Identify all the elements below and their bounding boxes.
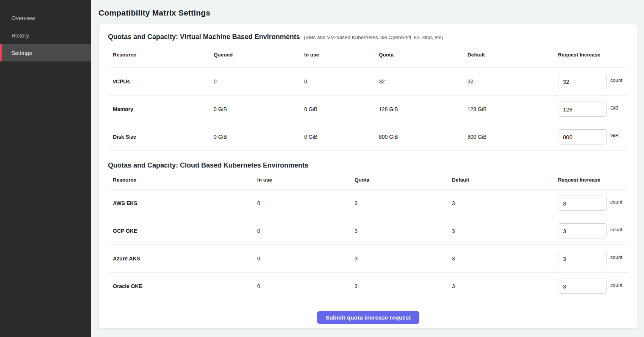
sidebar-item-overview[interactable]: Overview (0, 9, 91, 27)
vcpus-request-input[interactable] (558, 74, 607, 89)
quota-value: 3 (355, 255, 452, 262)
vm-table-header: Resource Queued In use Quota Default Req… (108, 42, 628, 68)
default-value: 3 (452, 228, 558, 234)
resource-name: Azure AKS (108, 255, 257, 262)
submit-row: Submit quota increase request (108, 311, 628, 324)
cloud-col-default: Default (452, 177, 558, 183)
quota-value: 3 (355, 228, 452, 234)
table-row-azure-aks: Azure AKS 0 3 3 count (108, 245, 628, 273)
in-use-value: 0 GiB (304, 106, 379, 112)
request-increase-cell: GiB (558, 129, 628, 144)
resource-name: Memory (108, 106, 214, 112)
cloud-section-title: Quotas and Capacity: Cloud Based Kuberne… (108, 160, 308, 171)
sidebar-item-history[interactable]: History (0, 27, 91, 44)
aws-eks-request-input[interactable] (558, 196, 607, 211)
table-row-oracle-oke: Oracle OKE 0 3 3 count (108, 273, 628, 300)
request-increase-cell: count (558, 279, 628, 294)
unit-label: count (610, 227, 622, 232)
gcp-gke-request-input[interactable] (558, 223, 607, 238)
sidebar-item-settings-label: Settings (11, 50, 32, 56)
queued-value: 0 GiB (214, 134, 304, 140)
table-row-disk-size: Disk Size 0 GiB 0 GiB 800 GiB 800 GiB Gi… (108, 123, 628, 151)
vm-section-subtitle: (VMs and VM-based Kubernetes like OpenSh… (304, 33, 443, 42)
vm-col-quota: Quota (379, 52, 467, 58)
vm-col-request-increase: Request Increase (558, 52, 628, 58)
quota-value: 3 (355, 283, 452, 289)
vm-col-default: Default (467, 52, 558, 58)
table-row-memory: Memory 0 GiB 0 GiB 128 GiB 128 GiB GiB (108, 96, 628, 123)
resource-name: Oracle OKE (108, 283, 257, 289)
sidebar: Overview History Settings (0, 0, 91, 337)
default-value: 800 GiB (467, 134, 558, 140)
main-content: Compatibility Matrix Settings Quotas and… (91, 0, 644, 337)
quota-value: 32 (379, 78, 467, 85)
resource-name: AWS EKS (108, 200, 257, 206)
request-increase-cell: count (558, 74, 628, 89)
resource-name: Disk Size (108, 134, 214, 140)
submit-quota-increase-button[interactable]: Submit quota increase request (317, 311, 419, 324)
unit-label: count (610, 199, 622, 205)
request-increase-cell: GiB (558, 102, 628, 117)
unit-label: GiB (610, 105, 619, 111)
in-use-value: 0 (304, 78, 379, 85)
queued-value: 0 GiB (214, 106, 304, 112)
vm-section-header: Quotas and Capacity: Virtual Machine Bas… (108, 33, 628, 42)
default-value: 128 GiB (467, 106, 558, 112)
sidebar-item-history-label: History (11, 32, 29, 39)
default-value: 3 (452, 200, 558, 206)
table-row-gcp-gke: GCP GKE 0 3 3 count (108, 217, 628, 245)
queued-value: 0 (214, 78, 304, 85)
resource-name: vCPUs (108, 78, 214, 85)
memory-request-input[interactable] (558, 102, 607, 117)
cloud-col-request-increase: Request Increase (558, 177, 628, 183)
sidebar-item-settings[interactable]: Settings (0, 44, 91, 61)
unit-label: count (610, 77, 622, 83)
in-use-value: 0 (257, 228, 355, 234)
cloud-col-resource: Resource (108, 177, 257, 183)
unit-label: count (610, 282, 622, 288)
in-use-value: 0 (257, 255, 355, 262)
unit-label: count (610, 254, 622, 260)
cloud-col-quota: Quota (355, 177, 452, 183)
oracle-oke-request-input[interactable] (558, 279, 607, 294)
vm-section-title: Quotas and Capacity: Virtual Machine Bas… (108, 33, 300, 41)
in-use-value: 0 GiB (304, 134, 379, 140)
quota-value: 800 GiB (379, 134, 467, 140)
sidebar-item-overview-label: Overview (11, 15, 35, 21)
request-increase-cell: count (558, 223, 628, 238)
vm-col-queued: Queued (214, 52, 304, 58)
request-increase-cell: count (558, 196, 628, 211)
table-row-vcpus: vCPUs 0 0 32 32 count (108, 68, 628, 96)
disk-size-request-input[interactable] (558, 129, 607, 144)
cloud-table-header: Resource In use Quota Default Request In… (108, 171, 628, 190)
default-value: 32 (467, 78, 558, 85)
table-row-aws-eks: AWS EKS 0 3 3 count (108, 190, 628, 217)
in-use-value: 0 (257, 200, 355, 206)
default-value: 3 (452, 283, 558, 289)
vm-col-in-use: In use (304, 52, 379, 58)
default-value: 3 (452, 255, 558, 262)
azure-aks-request-input[interactable] (558, 251, 607, 266)
quota-value: 128 GiB (379, 106, 467, 112)
vm-col-resource: Resource (108, 52, 214, 58)
cloud-col-in-use: In use (257, 177, 355, 183)
quota-settings-card: Quotas and Capacity: Virtual Machine Bas… (98, 24, 638, 329)
resource-name: GCP GKE (108, 228, 257, 234)
unit-label: GiB (610, 133, 619, 138)
page-title: Compatibility Matrix Settings (91, 0, 644, 18)
in-use-value: 0 (257, 283, 355, 289)
quota-value: 3 (355, 200, 452, 206)
cloud-section-header: Quotas and Capacity: Cloud Based Kuberne… (108, 160, 628, 171)
request-increase-cell: count (558, 251, 628, 266)
